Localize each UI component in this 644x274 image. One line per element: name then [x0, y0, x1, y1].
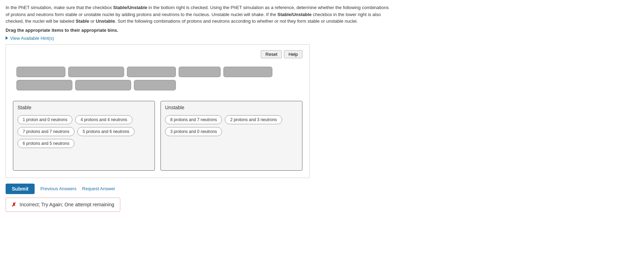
stable-bin-items: 1 proton and 0 neutrons 4 protons and 4 …	[17, 115, 150, 148]
request-answer-link[interactable]: Request Answer	[82, 186, 115, 191]
stable-item-1[interactable]: 4 protons and 4 neutrons	[75, 115, 132, 124]
feedback-box: ✗ Incorrect; Try Again; One attempt rema…	[6, 198, 120, 212]
feedback-x-icon: ✗	[12, 201, 16, 208]
stable-item-2[interactable]: 7 protons and 7 neutrons	[17, 127, 74, 136]
stable-bin-label: Stable	[17, 105, 150, 110]
unstable-item-1[interactable]: 2 protons and 3 neutrons	[225, 115, 282, 124]
help-button[interactable]: Help	[284, 50, 302, 58]
drag-item-slot-7[interactable]	[75, 80, 131, 90]
feedback-message: Incorrect; Try Again; One attempt remain…	[20, 202, 114, 207]
unstable-bin-items: 8 protons and 7 neutrons 2 protons and 3…	[165, 115, 298, 136]
submit-button[interactable]: Submit	[6, 184, 35, 194]
hint-link[interactable]: View Available Hint(s)	[6, 36, 54, 41]
reset-button[interactable]: Reset	[261, 50, 282, 58]
hint-arrow-icon	[6, 36, 8, 40]
unstable-item-0[interactable]: 8 protons and 7 neutrons	[165, 115, 222, 124]
drag-item-slot-3[interactable]	[127, 67, 176, 77]
drag-instruction: Drag the appropriate items to their appr…	[6, 28, 638, 33]
stable-item-0[interactable]: 1 proton and 0 neutrons	[17, 115, 72, 124]
unstable-bin[interactable]: Unstable 8 protons and 7 neutrons 2 prot…	[160, 101, 302, 171]
drag-item-slot-2[interactable]	[68, 67, 124, 77]
previous-answers-link[interactable]: Previous Answers	[40, 186, 76, 191]
instructions-text: In the PhET simulation, make sure that t…	[6, 4, 390, 25]
action-row: Submit Previous Answers Request Answer	[6, 184, 638, 194]
main-interaction-box: Reset Help Stable 1 proton and 0 neutron…	[6, 44, 310, 178]
stable-item-3[interactable]: 5 protons and 6 neutrons	[77, 127, 134, 136]
unstable-item-2[interactable]: 3 protons and 0 neutrons	[165, 127, 222, 136]
toolbar: Reset Help	[13, 50, 302, 58]
drag-item-slot-8[interactable]	[134, 80, 176, 90]
drag-item-slot-5[interactable]	[223, 67, 272, 77]
drag-item-slot-6[interactable]	[16, 80, 72, 90]
bins-row: Stable 1 proton and 0 neutrons 4 protons…	[13, 101, 302, 171]
stable-item-4[interactable]: 6 protons and 5 neutrons	[17, 139, 74, 148]
stable-bin[interactable]: Stable 1 proton and 0 neutrons 4 protons…	[13, 101, 155, 171]
items-area	[13, 63, 302, 98]
unstable-bin-label: Unstable	[165, 105, 298, 110]
drag-item-slot-1[interactable]	[16, 67, 65, 77]
drag-item-slot-4[interactable]	[179, 67, 221, 77]
